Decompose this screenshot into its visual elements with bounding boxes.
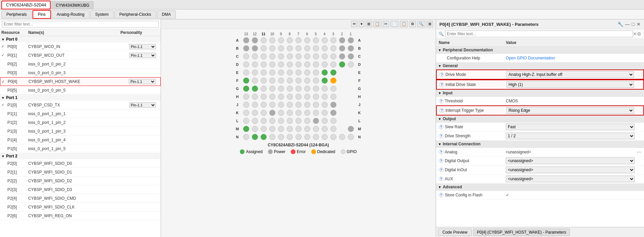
chip-pin-M-3[interactable] bbox=[269, 126, 275, 132]
chip-pin-J-3[interactable] bbox=[269, 102, 275, 108]
chip-pin-G-4[interactable] bbox=[278, 86, 284, 92]
chip-pin-B-6[interactable] bbox=[296, 45, 302, 51]
chip-pin-L-6[interactable] bbox=[296, 118, 302, 124]
chip-pin-H-2[interactable] bbox=[261, 94, 267, 100]
chip-pin-G-3[interactable] bbox=[269, 86, 275, 92]
chip-pin-E-1[interactable] bbox=[252, 69, 258, 76]
chip-pin-K-9[interactable] bbox=[322, 110, 328, 116]
chip-pin-A-2[interactable] bbox=[261, 37, 267, 43]
chip-pin-M-10[interactable] bbox=[330, 126, 336, 132]
chip-pin-G-10[interactable] bbox=[330, 86, 336, 92]
chip-pin-M-2[interactable] bbox=[261, 126, 267, 132]
chip-pin-A-10[interactable] bbox=[330, 37, 336, 43]
chip-pin-E-7[interactable] bbox=[304, 69, 310, 76]
chip-pin-F-2[interactable] bbox=[261, 78, 267, 84]
chip-pin-A-4[interactable] bbox=[278, 37, 284, 43]
param-initial-drive-select[interactable]: High (1) bbox=[506, 81, 634, 88]
pin-p1-0-check[interactable]: ✓ bbox=[1, 103, 7, 107]
param-interrupt-trigger-help[interactable]: ? bbox=[439, 108, 444, 113]
chip-pin-D-6[interactable] bbox=[296, 61, 302, 67]
chip-pin-A-0[interactable] bbox=[243, 37, 249, 43]
chip-pin-C-6[interactable] bbox=[296, 53, 302, 59]
chip-pin-J-6[interactable] bbox=[296, 102, 302, 108]
tab-pins[interactable]: Pins bbox=[33, 10, 51, 19]
chip-pin-N-9[interactable] bbox=[322, 134, 328, 140]
chip-pin-M-1[interactable] bbox=[252, 126, 258, 132]
chip-pin-N-12[interactable] bbox=[348, 134, 354, 140]
chip-pin-K-5[interactable] bbox=[287, 110, 293, 116]
chip-pin-J-4[interactable] bbox=[278, 102, 284, 108]
chip-pin-G-2[interactable] bbox=[261, 86, 267, 92]
chip-pin-A-8[interactable] bbox=[313, 37, 319, 43]
chip-pin-D-3[interactable] bbox=[269, 61, 275, 67]
param-aux-select[interactable]: <unassigned> bbox=[506, 176, 635, 182]
toolbar-settings-btn[interactable]: ⚙ bbox=[409, 21, 416, 27]
chip-pin-J-9[interactable] bbox=[322, 102, 328, 108]
right-panel-maximize-btn[interactable]: □ bbox=[632, 21, 635, 27]
chip-pin-H-5[interactable] bbox=[287, 94, 293, 100]
chip-pin-G-5[interactable] bbox=[287, 86, 293, 92]
param-drive-mode-select[interactable]: Analog High-Z. Input buffer off bbox=[506, 71, 634, 78]
code-preview-btn[interactable]: Code Preview bbox=[438, 229, 472, 236]
chip-pin-C-8[interactable] bbox=[313, 53, 319, 59]
chip-pin-H-6[interactable] bbox=[296, 94, 302, 100]
chip-pin-G-9[interactable] bbox=[322, 86, 328, 92]
toolbar-copy-btn[interactable]: ⊞ bbox=[366, 21, 372, 27]
chip-pin-L-1[interactable] bbox=[252, 118, 258, 124]
params-footer-tab[interactable]: P0[4] (CYBSP_WIFI_HOST_WAKE) - Parameter… bbox=[473, 229, 570, 236]
chip-pin-E-8[interactable] bbox=[313, 69, 319, 76]
chip-pin-C-4[interactable] bbox=[278, 53, 284, 59]
chip-pin-F-6[interactable] bbox=[296, 78, 302, 84]
chip-pin-M-0[interactable] bbox=[243, 126, 249, 132]
chip-pin-F-3[interactable] bbox=[269, 78, 275, 84]
chip-pin-D-11[interactable] bbox=[339, 61, 345, 67]
chip-pin-H-4[interactable] bbox=[278, 94, 284, 100]
chip-pin-N-0[interactable] bbox=[243, 134, 249, 140]
chip-pin-J-2[interactable] bbox=[261, 102, 267, 108]
chip-pin-N-2[interactable] bbox=[261, 134, 267, 140]
tab-peripherals[interactable]: Peripherals bbox=[1, 10, 32, 18]
chip-pin-M-6[interactable] bbox=[296, 126, 302, 132]
chip-pin-M-9[interactable] bbox=[322, 126, 328, 132]
chip-pin-K-4[interactable] bbox=[278, 110, 284, 116]
chip-pin-K-1[interactable] bbox=[252, 110, 258, 116]
chip-pin-C-12[interactable] bbox=[348, 53, 354, 59]
pin-p0-4-personality-select[interactable]: Pin-1.1 bbox=[129, 79, 156, 84]
tab-device-1[interactable]: CYW4343WKUBG bbox=[51, 1, 94, 9]
chip-pin-J-7[interactable] bbox=[304, 102, 310, 108]
tab-peripheral-clocks[interactable]: Peripheral-Clocks bbox=[114, 10, 156, 18]
chip-pin-J-0[interactable] bbox=[243, 102, 249, 108]
chip-pin-C-10[interactable] bbox=[330, 53, 336, 59]
port-1-header[interactable]: ▼ Port 1 bbox=[0, 95, 161, 101]
param-aux-help[interactable]: ? bbox=[439, 177, 443, 181]
chip-pin-M-7[interactable] bbox=[304, 126, 310, 132]
param-digital-output-select[interactable]: <unassigned> bbox=[506, 157, 635, 164]
chip-pin-C-11[interactable] bbox=[339, 53, 345, 59]
chip-pin-B-0[interactable] bbox=[243, 45, 249, 51]
chip-pin-J-10[interactable] bbox=[330, 102, 336, 108]
toolbar-paste-btn[interactable]: 📋 bbox=[373, 21, 381, 27]
param-drive-strength-select[interactable]: 1 / 2 bbox=[506, 133, 635, 139]
chip-pin-B-4[interactable] bbox=[278, 45, 284, 51]
chip-pin-D-8[interactable] bbox=[313, 61, 319, 67]
chip-pin-E-3[interactable] bbox=[269, 69, 275, 76]
chip-pin-F-4[interactable] bbox=[278, 78, 284, 84]
chip-pin-C-5[interactable] bbox=[287, 53, 293, 59]
param-digital-inout-help[interactable]: ? bbox=[439, 168, 443, 172]
port-2-header[interactable]: ▼ Port 2 bbox=[0, 153, 161, 159]
param-analog-help[interactable]: ? bbox=[439, 150, 443, 154]
chip-pin-E-4[interactable] bbox=[278, 69, 284, 76]
chip-pin-N-8[interactable] bbox=[313, 134, 319, 140]
chip-pin-B-2[interactable] bbox=[261, 45, 267, 51]
section-output[interactable]: ▼ Output bbox=[436, 115, 644, 123]
chip-pin-L-10[interactable] bbox=[330, 118, 336, 124]
right-filter-settings-btn[interactable]: ⚙ bbox=[637, 31, 641, 37]
chip-pin-C-2[interactable] bbox=[261, 53, 267, 59]
chip-pin-J-1[interactable] bbox=[252, 102, 258, 108]
chip-pin-A-6[interactable] bbox=[296, 37, 302, 43]
param-drive-mode-help[interactable]: ? bbox=[439, 72, 444, 77]
chip-pin-H-3[interactable] bbox=[269, 94, 275, 100]
param-initial-drive-help[interactable]: ? bbox=[439, 82, 444, 87]
chip-pin-D-7[interactable] bbox=[304, 61, 310, 67]
chip-pin-K-0[interactable] bbox=[243, 110, 249, 116]
